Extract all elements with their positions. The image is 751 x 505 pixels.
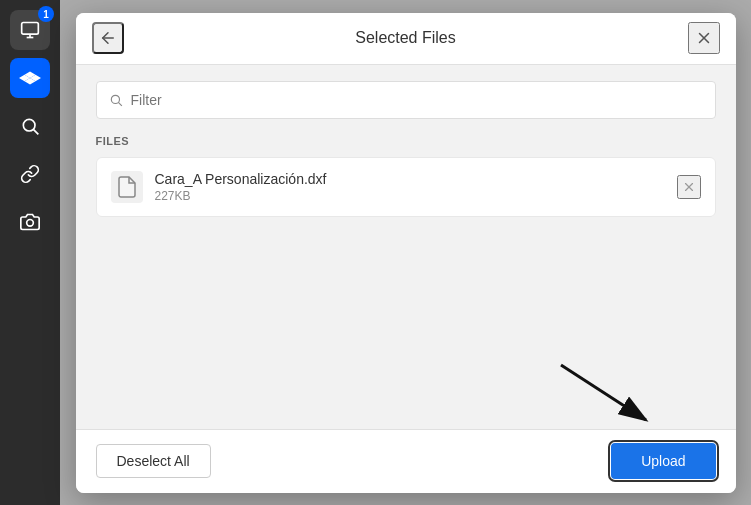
remove-file-icon <box>682 180 696 194</box>
badge: 1 <box>38 6 54 22</box>
filter-input[interactable] <box>131 92 703 108</box>
filter-search-icon <box>109 93 123 107</box>
file-size: 227KB <box>155 189 665 203</box>
deselect-all-button[interactable]: Deselect All <box>96 444 211 478</box>
modal-dialog: Selected Files FILES <box>76 13 736 493</box>
file-name: Cara_A Personalización.dxf <box>155 171 665 187</box>
file-info: Cara_A Personalización.dxf 227KB <box>155 171 665 203</box>
svg-rect-0 <box>22 23 39 35</box>
file-list: Cara_A Personalización.dxf 227KB <box>96 157 716 217</box>
modal-title: Selected Files <box>124 29 688 47</box>
modal-back-button[interactable] <box>92 22 124 54</box>
svg-line-7 <box>33 129 38 134</box>
link-icon <box>20 164 40 184</box>
sidebar-item-dropbox[interactable] <box>10 58 50 98</box>
camera-icon <box>20 212 40 232</box>
modal-overlay: Selected Files FILES <box>60 0 751 505</box>
document-icon <box>118 176 136 198</box>
file-remove-button[interactable] <box>677 175 701 199</box>
modal-footer: Deselect All Upload <box>76 429 736 493</box>
file-type-icon <box>111 171 143 203</box>
filter-bar <box>96 81 716 119</box>
file-item: Cara_A Personalización.dxf 227KB <box>96 157 716 217</box>
desktop-icon <box>20 20 40 40</box>
svg-point-6 <box>23 119 35 131</box>
dropbox-brand-icon <box>19 67 41 89</box>
sidebar-item-link[interactable] <box>10 154 50 194</box>
back-arrow-icon <box>99 29 117 47</box>
sidebar: 1 <box>0 0 60 505</box>
modal-header: Selected Files <box>76 13 736 65</box>
close-icon <box>695 29 713 47</box>
upload-button[interactable]: Upload <box>611 443 715 479</box>
sidebar-item-camera[interactable] <box>10 202 50 242</box>
files-section-label: FILES <box>96 135 716 147</box>
search-icon <box>20 116 40 136</box>
sidebar-item-search[interactable] <box>10 106 50 146</box>
svg-line-13 <box>118 102 122 106</box>
svg-point-12 <box>111 95 119 103</box>
modal-body: FILES Cara_A Personalización.dxf 227KB <box>76 65 736 429</box>
sidebar-item-desktop[interactable]: 1 <box>10 10 50 50</box>
modal-close-button[interactable] <box>688 22 720 54</box>
svg-point-8 <box>27 220 34 227</box>
